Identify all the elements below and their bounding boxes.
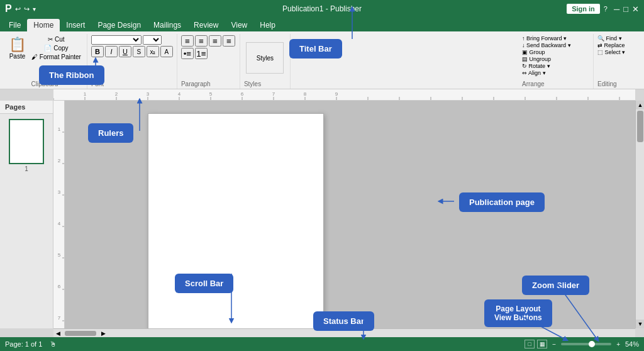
svg-text:4: 4 (178, 91, 181, 97)
ribbon-group-paragraph: ≡ ≡ ≡ ≡ •≡ 1≡ Paragraph (177, 34, 240, 89)
svg-text:8: 8 (304, 91, 307, 97)
zoom-out-button[interactable]: − (552, 341, 556, 348)
svg-text:7: 7 (58, 315, 61, 321)
paragraph-group-label: Paragraph (181, 81, 236, 87)
find-button[interactable]: 🔍 Find ▾ (597, 35, 640, 42)
help-button[interactable]: ? (604, 5, 608, 13)
paste-button[interactable]: 📋 Paste (6, 35, 28, 61)
pages-panel-title: Pages (0, 101, 53, 114)
annotation-zoom-slider: Zoom Slider (522, 276, 589, 295)
strikethrough-button[interactable]: S (133, 46, 145, 57)
minimize-button[interactable]: ─ (614, 4, 619, 14)
signin-button[interactable]: Sign in (567, 4, 600, 14)
tab-mailings[interactable]: Mailings (147, 19, 187, 31)
view-master-button[interactable]: ▦ (537, 340, 547, 348)
subscript-button[interactable]: x₂ (147, 46, 159, 57)
tab-insert[interactable]: Insert (60, 19, 91, 31)
status-right: □ ▦ − + 54% (525, 340, 639, 348)
send-backward-button[interactable]: ↓ Send Backward ▾ (522, 42, 589, 48)
page-number: 1 (3, 165, 50, 172)
app-icon: P (5, 3, 12, 14)
view-buttons: □ ▦ (525, 340, 547, 348)
status-left: Page: 1 of 1 🖱 (5, 340, 57, 348)
tab-help[interactable]: Help (253, 19, 282, 31)
annotation-status-bar: Status Bar (313, 311, 374, 331)
undo-icon[interactable]: ↩ (15, 5, 21, 13)
scroll-right-button[interactable]: ▶ (99, 329, 108, 338)
font-family-select[interactable] (91, 35, 142, 45)
quick-access-toolbar: P ↩ ↪ ▾ (5, 3, 36, 14)
annotation-ribbon: The Ribbon (39, 65, 104, 85)
scroll-thumb-horizontal[interactable] (65, 331, 96, 336)
annotation-rulers: Rulers (88, 123, 133, 143)
ribbon-group-editing: 🔍 Find ▾ ⇄ Replace ⬚ Select ▾ Editing (594, 34, 644, 89)
editing-group-label: Editing (597, 81, 640, 87)
page-thumbnail[interactable] (9, 119, 44, 164)
tab-file[interactable]: File (3, 19, 27, 31)
annotation-title-bar: Titel Bar (289, 39, 342, 58)
svg-text:1: 1 (58, 126, 61, 132)
svg-text:7: 7 (272, 91, 275, 97)
number-list-button[interactable]: 1≡ (195, 48, 208, 59)
styles-gallery[interactable]: Styles (246, 42, 284, 74)
group-button[interactable]: ▣ Group (522, 49, 589, 55)
bring-forward-button[interactable]: ↑ Bring Forward ▾ (522, 35, 589, 42)
svg-text:3: 3 (58, 189, 61, 195)
zoom-slider-thumb[interactable] (589, 341, 595, 347)
svg-text:6: 6 (241, 91, 244, 97)
scroll-thumb-vertical[interactable] (637, 111, 643, 142)
italic-button[interactable]: I (105, 46, 118, 57)
scroll-down-button[interactable]: ▼ (636, 320, 644, 328)
vertical-ruler: 1 2 3 4 5 6 7 (53, 101, 65, 328)
view-normal-button[interactable]: □ (525, 340, 535, 348)
ungroup-button[interactable]: ▤ Ungroup (522, 56, 589, 62)
bullet-list-button[interactable]: •≡ (181, 48, 194, 59)
tab-view[interactable]: View (225, 19, 253, 31)
select-button[interactable]: ⬚ Select ▾ (597, 49, 640, 55)
format-painter-button[interactable]: 🖌 Format Painter (30, 53, 83, 61)
font-size-select[interactable] (143, 35, 162, 45)
publication-page[interactable] (148, 113, 324, 346)
customize-icon[interactable]: ▾ (33, 6, 36, 13)
copy-button[interactable]: 📄 Copy (42, 44, 70, 52)
scroll-up-button[interactable]: ▲ (636, 101, 644, 109)
zoom-slider[interactable] (561, 343, 611, 345)
cursor-icon: 🖱 (50, 340, 57, 348)
svg-text:5: 5 (58, 252, 61, 258)
align-center-button[interactable]: ≡ (195, 35, 208, 47)
tab-review[interactable]: Review (187, 19, 225, 31)
status-bar: Page: 1 of 1 🖱 □ ▦ − + 54% (0, 337, 644, 351)
vertical-scrollbar[interactable]: ▲ ▼ (635, 101, 644, 328)
font-color-button[interactable]: A (160, 46, 173, 57)
svg-text:1: 1 (84, 91, 87, 97)
justify-button[interactable]: ≡ (223, 35, 235, 47)
close-button[interactable]: ✕ (632, 4, 639, 14)
page-info: Page: 1 of 1 (5, 340, 42, 348)
title-bar: P ↩ ↪ ▾ Publication1 - Publisher Sign in… (0, 0, 644, 18)
align-objects-button[interactable]: ⇔ Align ▾ (522, 70, 589, 76)
bold-button[interactable]: B (91, 46, 104, 57)
redo-icon[interactable]: ↪ (24, 5, 30, 13)
scroll-left-button[interactable]: ◀ (53, 329, 62, 338)
zoom-level: 54% (625, 340, 639, 348)
replace-button[interactable]: ⇄ Replace (597, 42, 640, 48)
rotate-button[interactable]: ↻ Rotate ▾ (522, 63, 589, 69)
svg-text:3: 3 (147, 91, 150, 97)
align-left-button[interactable]: ≡ (181, 35, 194, 47)
align-right-button[interactable]: ≡ (209, 35, 221, 47)
app-title: Publication1 - Publisher (282, 4, 362, 13)
window-controls: Sign in ? ─ □ ✕ (567, 4, 639, 14)
underline-button[interactable]: U (119, 46, 131, 57)
cut-button[interactable]: ✂ Cut (46, 35, 66, 43)
zoom-in-button[interactable]: + (616, 341, 620, 348)
svg-rect-29 (53, 101, 65, 328)
horizontal-ruler: // tick marks 1 2 3 4 5 6 7 8 9 (53, 89, 635, 101)
tab-page-design[interactable]: Page Design (91, 19, 147, 31)
tab-home[interactable]: Home (27, 19, 60, 31)
ribbon-group-arrange: ↑ Bring Forward ▾ ↓ Send Backward ▾ ▣ Gr… (518, 34, 594, 89)
svg-text:6: 6 (58, 284, 61, 289)
arrange-group-label: Arrange (522, 81, 589, 87)
svg-rect-0 (53, 89, 635, 101)
styles-group-label: Styles (244, 81, 286, 87)
restore-button[interactable]: □ (623, 4, 628, 14)
